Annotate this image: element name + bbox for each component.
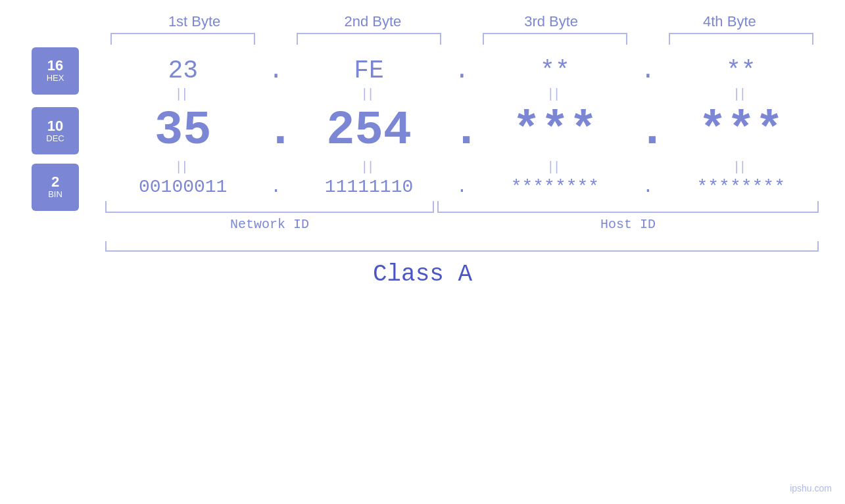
full-bracket-row: [0, 241, 845, 252]
byte4-header: 4th Byte: [657, 13, 802, 30]
hex-dot2: .: [452, 57, 471, 85]
dec-dot2: .: [452, 104, 471, 158]
sep-row-2: || || || ||: [0, 159, 845, 174]
hex-row: 23 . FE . ** . **: [0, 57, 845, 85]
host-bracket-group: Host ID: [437, 201, 819, 232]
bin-dot2: .: [452, 177, 471, 197]
sep-row-1: || || || ||: [0, 86, 845, 101]
bracket-3: [483, 33, 627, 45]
dec-b3: ***: [483, 104, 627, 158]
bin-row: 00100011 . 11111110 . ******** . *******…: [0, 177, 845, 197]
hex-dot1: .: [266, 57, 286, 85]
dec-badge-num: 10: [47, 118, 63, 134]
sep2: ||: [297, 86, 441, 101]
sep6: ||: [297, 159, 441, 174]
watermark: ipshu.com: [790, 483, 832, 493]
bin-dot3: .: [638, 177, 658, 197]
bin-b1: 00100011: [110, 177, 255, 197]
sep8: ||: [669, 159, 813, 174]
hex-b4: **: [669, 57, 813, 85]
bin-badge-label: BIN: [48, 190, 62, 199]
network-bracket: [105, 201, 434, 213]
byte2-header: 2nd Byte: [301, 13, 445, 30]
sep4: ||: [669, 86, 813, 101]
dec-b4: ***: [669, 104, 813, 158]
dec-dot3: .: [638, 104, 658, 158]
sep5: ||: [110, 159, 255, 174]
host-bracket: [437, 201, 819, 213]
dec-b1: 35: [110, 104, 255, 158]
bin-b3: ********: [483, 177, 627, 197]
network-id-label: Network ID: [105, 217, 434, 232]
bracket-1: [110, 33, 255, 45]
bin-section: 2 BIN 00100011 . 11111110 . ******** . *…: [0, 177, 845, 197]
hex-badge-num: 16: [47, 58, 63, 74]
bottom-brackets-row: Network ID Host ID: [105, 201, 819, 232]
hex-badge: 16 HEX: [32, 47, 79, 95]
bracket-2: [297, 33, 441, 45]
bin-b4: ********: [669, 177, 813, 197]
dec-b2: 254: [297, 104, 441, 158]
byte3-header: 3rd Byte: [479, 13, 623, 30]
bin-b2: 11111110: [297, 177, 441, 197]
sep1: ||: [110, 86, 255, 101]
bottom-section: Network ID Host ID: [0, 201, 845, 232]
bin-badge-num: 2: [51, 174, 59, 190]
network-bracket-group: Network ID: [105, 201, 434, 232]
dec-section: 10 DEC 35 . 254 . *** . ***: [0, 104, 845, 158]
hex-b3: **: [483, 57, 627, 85]
byte1-header: 1st Byte: [122, 13, 267, 30]
class-label: Class A: [373, 261, 472, 288]
hex-section: 16 HEX 23 . FE . ** . **: [0, 57, 845, 85]
bracket-4: [669, 33, 813, 45]
main-container: 1st Byte 2nd Byte 3rd Byte 4th Byte 16 H…: [0, 0, 845, 504]
hex-b1: 23: [110, 57, 255, 85]
dec-row: 35 . 254 . *** . ***: [0, 104, 845, 158]
dec-badge-label: DEC: [46, 134, 64, 143]
host-id-label: Host ID: [437, 217, 819, 232]
bin-dot1: .: [266, 177, 286, 197]
hex-b2: FE: [297, 57, 441, 85]
dec-dot1: .: [266, 104, 286, 158]
hex-badge-label: HEX: [47, 74, 64, 83]
sep7: ||: [483, 159, 627, 174]
byte-headers: 1st Byte 2nd Byte 3rd Byte 4th Byte: [0, 13, 845, 30]
dec-badge: 10 DEC: [32, 107, 79, 154]
full-bracket: [105, 241, 819, 252]
hex-dot3: .: [638, 57, 658, 85]
header-brackets: [0, 33, 845, 45]
sep3: ||: [483, 86, 627, 101]
